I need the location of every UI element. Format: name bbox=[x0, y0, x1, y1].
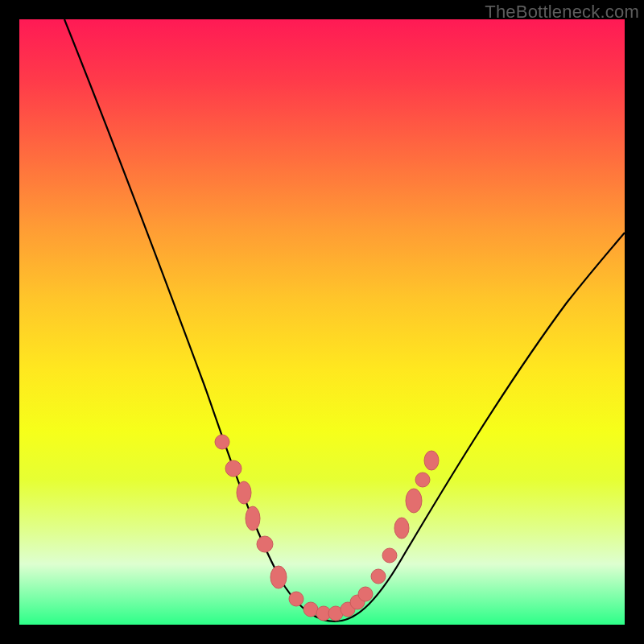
bottleneck-curve bbox=[64, 19, 625, 621]
data-point bbox=[424, 451, 439, 470]
data-point bbox=[270, 566, 287, 588]
data-point bbox=[303, 602, 318, 617]
data-point bbox=[371, 569, 386, 584]
data-point bbox=[406, 489, 422, 513]
data-point bbox=[225, 460, 242, 477]
data-point bbox=[215, 435, 229, 449]
watermark-text: TheBottleneck.com bbox=[485, 2, 639, 23]
data-point bbox=[394, 518, 409, 539]
data-point bbox=[246, 506, 260, 530]
data-point bbox=[237, 481, 251, 504]
chart-overlay bbox=[19, 19, 625, 625]
plot-area bbox=[19, 19, 625, 625]
data-point bbox=[289, 592, 303, 606]
data-point bbox=[415, 473, 430, 487]
data-point bbox=[382, 548, 397, 563]
data-point bbox=[257, 536, 273, 552]
chart-container: TheBottleneck.com bbox=[0, 0, 644, 644]
data-point bbox=[358, 587, 373, 601]
